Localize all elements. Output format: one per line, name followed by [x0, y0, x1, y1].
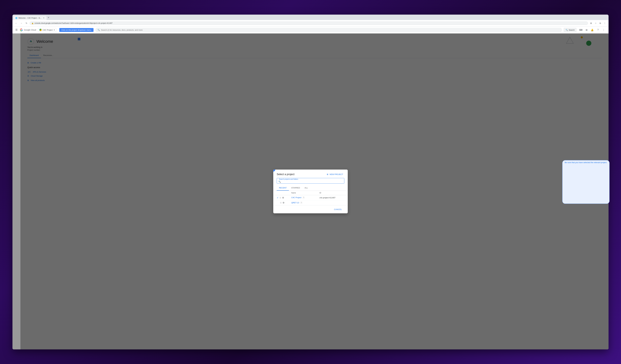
screen-capture-icon[interactable]: ⊞	[589, 21, 593, 25]
new-project-button[interactable]: 🖥 NEW PROJECT	[325, 173, 344, 176]
address-bar: ← → ↻ 🔒 console.cloud.google.com/welcome…	[13, 20, 609, 27]
dialog-header: Select a project 🖥 NEW PROJECT	[273, 170, 348, 178]
address-bar-actions: ⊞ ☆ ⧉ ⋮	[589, 21, 607, 25]
header-right-icons: ⌨ ⊞ 🔔 ? ⋮	[578, 27, 606, 32]
dialog-footer: CANCEL	[273, 205, 348, 213]
project-name-label: C4C Project	[43, 29, 52, 31]
table-body: ✓ ☆ ⚙ C4C Project ? c4c-project-411407	[273, 195, 348, 205]
browser-menu-icon[interactable]: ⋮	[603, 21, 607, 25]
tab-bar: 🌐 Welcome – C4C Project – G... ✕ +	[13, 15, 609, 20]
notifications-button[interactable]: 🔔	[590, 27, 595, 32]
project-selector-button[interactable]: C4C Project ▼	[38, 28, 56, 32]
back-button[interactable]: ←	[14, 21, 18, 25]
all-tab[interactable]: ALL	[302, 185, 310, 190]
c4c-project-link[interactable]: C4C Project	[291, 196, 301, 199]
dialog-tabs: RECENT STARRED ALL	[273, 185, 348, 191]
row-icons-cell: ✓ ☆ ⚙	[273, 195, 288, 200]
select-project-dialog: 2 Select a project 🖥 NEW PROJECT Search …	[273, 170, 348, 213]
project-help-icon[interactable]: ?	[302, 197, 305, 199]
url-text: console.cloud.google.com/welcome?authuse…	[34, 22, 586, 24]
qret13-project-link[interactable]: QRET-13	[291, 202, 299, 204]
row-icons: ✓ ☆ ⚙	[277, 196, 284, 199]
forward-button[interactable]: →	[19, 21, 23, 25]
project-id-cell-2	[316, 200, 348, 205]
modal-overlay: 2 Select a project 🖥 NEW PROJECT Search …	[13, 33, 609, 349]
recent-tab[interactable]: RECENT	[277, 185, 289, 190]
search-field-label: Search projects and folders	[278, 178, 299, 180]
bookmark-icon[interactable]: ☆	[594, 21, 598, 25]
search-button-icon: 🔍	[566, 29, 568, 31]
tab-favicon: 🌐	[15, 17, 17, 19]
search-container: Search projects and folders 🔍	[273, 178, 348, 185]
row-settings-icon-2[interactable]: ⚙	[283, 202, 284, 204]
search-field-icon: 🔍	[278, 181, 281, 183]
new-tab-button[interactable]: +	[47, 16, 51, 20]
hamburger-menu-button[interactable]: ☰	[15, 28, 18, 32]
search-icon: 🔍	[98, 29, 100, 31]
cancel-button[interactable]: CANCEL	[332, 207, 344, 212]
col-id: ID	[316, 191, 348, 195]
project-id-cell: c4c-project-411407	[316, 195, 348, 200]
star-icon-2[interactable]: ☆	[280, 202, 282, 204]
project-help-icon-2[interactable]: ?	[300, 202, 302, 204]
search-button[interactable]: 🔍 Search	[564, 28, 576, 32]
table-row[interactable]: ✓ ☆ ⚙ C4C Project ? c4c-project-411407	[273, 195, 348, 200]
google-logo-icon	[20, 29, 23, 31]
col-icon	[273, 191, 288, 195]
row-icons: ☆ ⚙	[277, 202, 284, 204]
starred-tab[interactable]: STARRED	[289, 185, 302, 190]
browser-window: 🌐 Welcome – C4C Project – G... ✕ + ← → ↻…	[13, 15, 609, 349]
help-button[interactable]: ?	[595, 27, 601, 32]
selected-check-icon: ✓	[277, 196, 278, 199]
row-settings-icon[interactable]: ⚙	[282, 196, 284, 199]
project-table-container: Name ID ✓ ☆ ⚙	[273, 191, 348, 205]
project-dropdown-arrow-icon: ▼	[53, 29, 55, 31]
project-name-cell-2: QRET-13 ?	[288, 200, 316, 205]
col-name: Name	[288, 191, 316, 195]
search-button-label: Search	[569, 29, 575, 31]
url-bar[interactable]: 🔒 console.cloud.google.com/welcome?authu…	[30, 21, 588, 25]
google-cloud-text: Google Cloud	[24, 29, 36, 31]
star-icon[interactable]: ☆	[279, 196, 281, 199]
table-row[interactable]: ☆ ⚙ QRET-13 ?	[273, 200, 348, 205]
info-bubble: Be sure that you have selected the relev…	[562, 160, 609, 204]
lock-icon: 🔒	[32, 22, 34, 24]
cloud-shell-button[interactable]: ⌨	[578, 27, 583, 32]
new-project-icon: 🖥	[327, 173, 328, 175]
instruction-bubble: Click on the project dropdown menu.	[59, 28, 94, 32]
dialog-title: Select a project	[277, 173, 294, 176]
google-cloud-logo: Google Cloud	[20, 29, 36, 31]
active-tab: 🌐 Welcome – C4C Project – G... ✕	[14, 16, 47, 20]
main-content: Welcome You're working in Project number…	[13, 33, 609, 349]
settings-button[interactable]: ⊞	[584, 27, 589, 32]
new-project-label: NEW PROJECT	[329, 173, 343, 175]
row-icons-cell: ☆ ⚙	[273, 200, 288, 205]
gcp-header: ☰ Google Cloud C4C Project ▼ Click on th…	[13, 27, 609, 33]
gcp-search-bar[interactable]: 🔍	[95, 28, 562, 32]
more-options-button[interactable]: ⋮	[601, 27, 606, 32]
tab-close-button[interactable]: ✕	[43, 17, 45, 19]
extension-icon[interactable]: ⧉	[598, 21, 602, 25]
gcp-search-input[interactable]	[101, 29, 560, 31]
project-table: Name ID ✓ ☆ ⚙	[273, 191, 348, 205]
reload-button[interactable]: ↻	[24, 21, 29, 25]
table-header: Name ID	[273, 191, 348, 195]
project-name-cell: C4C Project ?	[288, 195, 316, 200]
tab-title: Welcome – C4C Project – G...	[18, 17, 42, 19]
project-icon	[39, 29, 42, 31]
